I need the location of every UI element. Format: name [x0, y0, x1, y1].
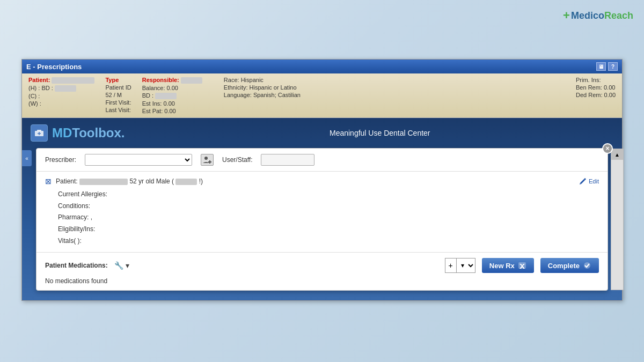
no-medications-text: No medications found — [45, 277, 599, 285]
scroll-up-button[interactable]: ▲ — [611, 149, 623, 160]
patient-info-header: ⊠ Patient: 52 yr old Male ( !) — [45, 177, 599, 186]
patient-details: Current Allergies: Conditions: Pharmacy:… — [45, 189, 599, 247]
title-bar-icons: 🖥 ? — [596, 62, 618, 71]
last-visit-field: Last Visit: — [105, 107, 131, 113]
med-dropdown-group: + ▾ — [445, 258, 475, 273]
patient-name-section: Patient: (H) : BD : (C) : (W) : — [28, 77, 94, 107]
med-tool-dropdown-icon[interactable]: ▾ — [126, 261, 129, 270]
allergies-field: Current Allergies: — [58, 189, 599, 201]
race-field: Race: Hispanic — [224, 77, 301, 83]
mdtoolbox-area: « MDToolbox. Meaningful Use Dental Cente… — [22, 118, 622, 300]
svg-point-8 — [584, 262, 590, 269]
prescriber-row: Prescriber: User/Staff: — [36, 149, 608, 172]
prescriber-label: Prescriber: — [45, 156, 76, 164]
help-icon[interactable]: ? — [608, 62, 618, 71]
responsible-section: Responsible: Balance: 0.00 BD : Est Ins:… — [142, 77, 202, 114]
pharmacy-field: Pharmacy: , — [58, 212, 599, 224]
patient-id-field: Patient ID — [105, 84, 131, 91]
userstaff-input[interactable] — [261, 154, 314, 166]
ded-rem-field: Ded Rem: 0.00 — [576, 92, 616, 98]
eligibility-field: Eligibility/Ins: — [58, 224, 599, 235]
conditions-field: Conditions: — [58, 201, 599, 212]
patient-info-bar: Patient: (H) : BD : (C) : (W) : Type Pat… — [22, 73, 622, 118]
med-tool-wrench-icon[interactable]: 🔧 — [114, 261, 123, 270]
responsible-field: Responsible: — [142, 77, 202, 84]
language-field: Language: Spanish; Castilian — [224, 92, 301, 98]
est-ins-field: Est Ins: 0.00 — [142, 100, 202, 107]
demographics-section: Race: Hispanic Ethnicity: Hispanic or La… — [224, 77, 301, 98]
patient-info-left: ⊠ Patient: 52 yr old Male ( !) — [45, 177, 203, 186]
mdtoolbox-logo: MDToolbox. — [31, 124, 125, 142]
mdtoolbox-header: MDToolbox. Meaningful Use Dental Center — [31, 124, 613, 142]
insurance-section: Prim. Ins: Ben Rem: 0.00 Ded Rem: 0.00 — [576, 77, 616, 98]
prescription-modal: × ▲ Prescriber: Us — [36, 148, 608, 291]
vitals-field: Vitals( ): — [58, 235, 599, 247]
window-title: E - Prescriptions — [26, 63, 82, 71]
scroll-indicator: ▲ — [611, 149, 624, 290]
med-add-select[interactable]: ▾ — [456, 258, 475, 273]
med-add-button[interactable]: + — [445, 258, 456, 273]
medico-reach-logo: + MedicoReach — [563, 10, 633, 21]
patient-collapse-icon[interactable]: ⊠ — [45, 177, 52, 186]
phone-h: (H) : BD : — [28, 85, 94, 92]
dental-center-name: Meaningful Use Dental Center — [147, 129, 613, 137]
med-tools: 🔧 ▾ — [114, 261, 129, 270]
est-pat-field: Est Pat: 0.00 — [142, 108, 202, 114]
ben-rem-field: Ben Rem: 0.00 — [576, 84, 616, 91]
type-field: Type — [105, 77, 131, 83]
edit-button[interactable]: Edit — [579, 178, 599, 185]
title-bar: E - Prescriptions 🖥 ? — [22, 60, 622, 73]
medications-label: Patient Medications: — [45, 262, 108, 269]
logo-text: MedicoReach — [571, 10, 633, 21]
ethnicity-field: Ethnicity: Hispanic or Latino — [224, 84, 301, 91]
new-rx-icon — [518, 262, 526, 269]
patient-info-section: ⊠ Patient: 52 yr old Male ( !) — [36, 172, 608, 253]
phone-w: (W) : — [28, 100, 94, 107]
complete-button[interactable]: Complete — [540, 258, 599, 273]
left-collapse-button[interactable]: « — [22, 150, 32, 166]
prim-ins-label: Prim. Ins: — [576, 77, 616, 83]
svg-rect-1 — [37, 130, 41, 131]
mdtoolbox-title: MDToolbox. — [52, 125, 125, 141]
patient-name-text: Patient: 52 yr old Male ( !) — [56, 178, 203, 185]
add-person-button[interactable] — [201, 154, 214, 166]
svg-point-4 — [204, 157, 208, 160]
medications-row: Patient Medications: 🔧 ▾ + ▾ — [45, 258, 599, 273]
userstaff-label: User/Staff: — [222, 156, 252, 164]
new-rx-button[interactable]: New Rx — [482, 258, 534, 273]
monitor-icon[interactable]: 🖥 — [596, 62, 606, 71]
logo-plus-icon: + — [563, 10, 570, 21]
age-sex-field: 52 / M — [105, 92, 131, 98]
prescriber-select[interactable] — [85, 154, 192, 166]
medications-section: Patient Medications: 🔧 ▾ + ▾ — [36, 253, 608, 290]
main-window: E - Prescriptions 🖥 ? Patient: (H) : BD … — [21, 59, 623, 301]
balance-field: Balance: 0.00 — [142, 85, 202, 91]
bd-field: BD : — [142, 92, 202, 99]
patient-id-section: Type Patient ID 52 / M First Visit: Last… — [105, 77, 131, 113]
phone-c: (C) : — [28, 93, 94, 99]
mdtoolbox-icon — [31, 124, 48, 142]
complete-icon — [583, 262, 591, 269]
first-visit-field: First Visit: — [105, 99, 131, 106]
patient-name-field: Patient: — [28, 77, 94, 84]
